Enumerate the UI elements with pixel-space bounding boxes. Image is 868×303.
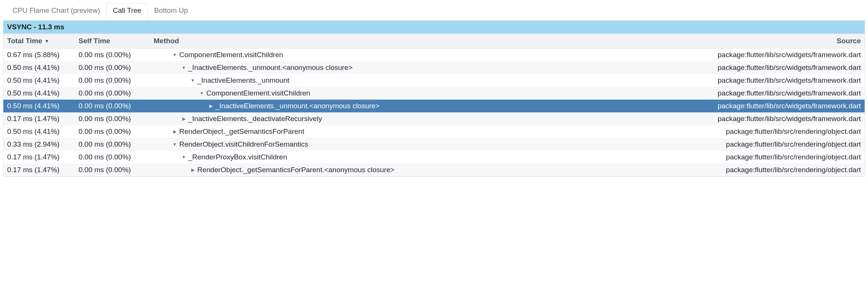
call-tree-rows: 0.67 ms (5.88%)0.00 ms (0.00%)▼Component… [3,48,865,176]
cell-method: ▼RenderObject.visitChildrenForSemantics [154,140,699,148]
table-row[interactable]: 0.50 ms (4.41%)0.00 ms (0.00%)▼Component… [3,87,865,100]
column-header-label: Total Time [7,37,42,45]
cell-total-time: 0.50 ms (4.41%) [7,76,79,85]
method-name: RenderObject._getSemanticsForParent [179,127,304,136]
cell-self-time: 0.00 ms (0.00%) [79,115,154,123]
table-row[interactable]: 0.50 ms (4.41%)0.00 ms (0.00%)▼_Inactive… [3,74,865,87]
cell-method: ▼ComponentElement.visitChildren [154,51,699,59]
cell-self-time: 0.00 ms (0.00%) [79,102,154,110]
cell-self-time: 0.00 ms (0.00%) [79,140,154,148]
method-name: _InactiveElements._unmount [197,76,289,85]
chevron-down-icon[interactable]: ▼ [181,65,187,70]
method-name: _InactiveElements._deactivateRecursively [188,115,322,123]
cell-source: package:flutter/lib/src/widgets/framewor… [699,89,861,97]
chevron-down-icon[interactable]: ▼ [199,91,205,96]
cell-method: ▶_InactiveElements._unmount.<anonymous c… [154,102,699,110]
column-header-row: Total Time ▼ Self Time Method Source [3,33,865,48]
cell-source: package:flutter/lib/src/widgets/framewor… [699,115,861,123]
cell-self-time: 0.00 ms (0.00%) [79,153,154,161]
method-name: ComponentElement.visitChildren [179,51,283,59]
cell-source: package:flutter/lib/src/widgets/framewor… [699,51,861,59]
cell-total-time: 0.17 ms (1.47%) [7,115,79,123]
cell-self-time: 0.00 ms (0.00%) [79,127,154,136]
column-header-source[interactable]: Source [699,37,861,45]
cell-source: package:flutter/lib/src/widgets/framewor… [699,76,861,85]
chevron-right-icon[interactable]: ▶ [208,103,214,109]
cell-self-time: 0.00 ms (0.00%) [79,89,154,97]
cell-source: package:flutter/lib/src/rendering/object… [699,127,861,136]
cell-method: ▼ComponentElement.visitChildren [154,89,699,97]
tab-bottom-up[interactable]: Bottom Up [148,3,194,18]
chevron-down-icon[interactable]: ▼ [172,52,178,58]
table-row[interactable]: 0.67 ms (5.88%)0.00 ms (0.00%)▼Component… [3,48,865,61]
method-name: ComponentElement.visitChildren [206,89,310,97]
chevron-down-icon[interactable]: ▼ [190,78,196,83]
cell-method: ▶_InactiveElements._deactivateRecursivel… [154,115,699,123]
column-header-self-time[interactable]: Self Time [79,37,154,45]
cell-self-time: 0.00 ms (0.00%) [79,166,154,174]
tab-call-tree[interactable]: Call Tree [106,3,148,18]
chevron-right-icon[interactable]: ▶ [181,116,187,121]
cell-total-time: 0.50 ms (4.41%) [7,127,79,136]
tabs: CPU Flame Chart (preview) Call Tree Bott… [3,3,865,18]
table-row[interactable]: 0.17 ms (1.47%)0.00 ms (0.00%)▼_RenderPr… [3,151,865,164]
chevron-right-icon[interactable]: ▶ [190,167,196,173]
table-row[interactable]: 0.50 ms (4.41%)0.00 ms (0.00%)▶_Inactive… [3,100,865,112]
cell-total-time: 0.33 ms (2.94%) [7,140,79,148]
cell-method: ▼_RenderProxyBox.visitChildren [154,153,699,161]
cell-source: package:flutter/lib/src/widgets/framewor… [699,64,861,72]
method-name: _InactiveElements._unmount.<anonymous cl… [215,102,380,110]
cell-method: ▶RenderObject._getSemanticsForParent [154,127,699,136]
cell-source: package:flutter/lib/src/rendering/object… [699,153,861,161]
cell-total-time: 0.67 ms (5.88%) [7,51,79,59]
table-row[interactable]: 0.50 ms (4.41%)0.00 ms (0.00%)▼_Inactive… [3,61,865,74]
cell-total-time: 0.17 ms (1.47%) [7,166,79,174]
cell-source: package:flutter/lib/src/rendering/object… [699,140,861,148]
column-header-method[interactable]: Method [154,37,699,45]
column-header-total-time[interactable]: Total Time ▼ [7,37,79,45]
cell-total-time: 0.17 ms (1.47%) [7,153,79,161]
cell-total-time: 0.50 ms (4.41%) [7,64,79,72]
sort-descending-icon: ▼ [44,38,49,44]
cell-source: package:flutter/lib/src/rendering/object… [699,166,861,174]
cell-source: package:flutter/lib/src/widgets/framewor… [699,102,861,110]
cell-method: ▼_InactiveElements._unmount.<anonymous c… [154,64,699,72]
chevron-down-icon[interactable]: ▼ [181,155,187,160]
call-tree-panel: VSYNC - 11.3 ms Total Time ▼ Self Time M… [3,20,865,177]
chevron-right-icon[interactable]: ▶ [172,129,178,134]
cell-method: ▶RenderObject._getSemanticsForParent.<an… [154,166,699,174]
cell-self-time: 0.00 ms (0.00%) [79,51,154,59]
table-row[interactable]: 0.33 ms (2.94%)0.00 ms (0.00%)▼RenderObj… [3,138,865,151]
cell-self-time: 0.00 ms (0.00%) [79,64,154,72]
chevron-down-icon[interactable]: ▼ [172,142,178,147]
table-row[interactable]: 0.17 ms (1.47%)0.00 ms (0.00%)▶RenderObj… [3,164,865,176]
method-name: RenderObject._getSemanticsForParent.<ano… [197,166,395,174]
cell-total-time: 0.50 ms (4.41%) [7,89,79,97]
frame-banner: VSYNC - 11.3 ms [3,21,865,33]
cell-method: ▼_InactiveElements._unmount [154,76,699,85]
table-row[interactable]: 0.17 ms (1.47%)0.00 ms (0.00%)▶_Inactive… [3,112,865,125]
method-name: RenderObject.visitChildrenForSemantics [179,140,308,148]
table-row[interactable]: 0.50 ms (4.41%)0.00 ms (0.00%)▶RenderObj… [3,125,865,138]
cell-self-time: 0.00 ms (0.00%) [79,76,154,85]
method-name: _RenderProxyBox.visitChildren [188,153,287,161]
tab-flame-chart[interactable]: CPU Flame Chart (preview) [6,3,106,18]
method-name: _InactiveElements._unmount.<anonymous cl… [188,64,352,72]
cell-total-time: 0.50 ms (4.41%) [7,102,79,110]
